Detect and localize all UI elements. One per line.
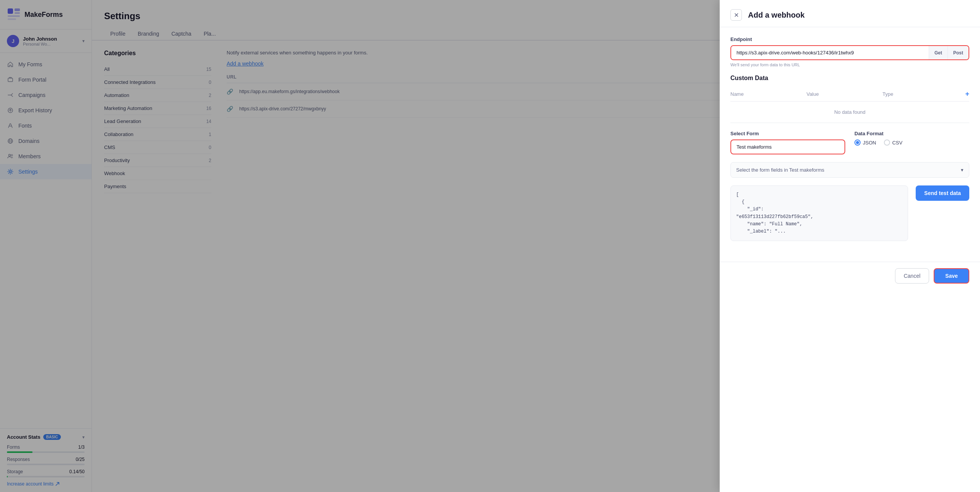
- json-preview: [ { "_id": "e653f13113d227fb62bf59ca5", …: [730, 185, 908, 241]
- save-button[interactable]: Save: [934, 268, 969, 284]
- form-fields-placeholder: Select the form fields in Test makeforms: [736, 167, 824, 173]
- select-form-group: Select Form: [730, 131, 845, 154]
- endpoint-hint: We'll send your form data to this URL: [730, 62, 969, 67]
- modal-body: Endpoint Get Post We'll send your form d…: [720, 27, 980, 262]
- custom-data-value-header: Value: [807, 91, 883, 97]
- add-webhook-modal: ✕ Add a webhook Endpoint Get Post We'll …: [720, 0, 980, 492]
- modal-overlay: ✕ Add a webhook Endpoint Get Post We'll …: [0, 0, 980, 492]
- data-format-group: Data Format JSON CSV: [854, 131, 969, 154]
- custom-data-name-header: Name: [730, 91, 807, 97]
- csv-radio-circle: [884, 139, 890, 146]
- modal-footer: Cancel Save: [720, 262, 980, 294]
- modal-header: ✕ Add a webhook: [720, 0, 980, 27]
- modal-title: Add a webhook: [748, 11, 969, 20]
- select-form-input[interactable]: [730, 139, 845, 154]
- data-format-options: JSON CSV: [854, 139, 969, 146]
- json-radio-option[interactable]: JSON: [854, 139, 876, 146]
- select-form-label: Select Form: [730, 131, 845, 136]
- endpoint-post-button[interactable]: Post: [947, 46, 969, 59]
- send-test-data-button[interactable]: Send test data: [916, 185, 969, 201]
- add-custom-data-button[interactable]: +: [965, 90, 970, 98]
- data-format-label: Data Format: [854, 131, 969, 136]
- json-radio-label: JSON: [863, 140, 876, 146]
- form-fields-select[interactable]: Select the form fields in Test makeforms…: [730, 162, 969, 178]
- custom-data-type-header: Type: [882, 91, 959, 97]
- no-data-message: No data found: [730, 102, 969, 123]
- csv-radio-label: CSV: [892, 140, 903, 146]
- json-radio-circle: [854, 139, 861, 146]
- select-form-data-format-row: Select Form Data Format JSON: [730, 131, 969, 154]
- endpoint-input[interactable]: [731, 46, 929, 59]
- endpoint-get-button[interactable]: Get: [929, 46, 947, 59]
- json-radio-dot: [856, 141, 859, 144]
- bottom-row: [ { "_id": "e653f13113d227fb62bf59ca5", …: [730, 185, 969, 241]
- cancel-button[interactable]: Cancel: [895, 268, 929, 284]
- chevron-down-icon: ▾: [961, 167, 964, 173]
- custom-data-title: Custom Data: [730, 75, 969, 82]
- endpoint-row: Get Post: [730, 45, 969, 60]
- col-add: +: [959, 90, 969, 98]
- csv-radio-option[interactable]: CSV: [884, 139, 903, 146]
- custom-data-table-header: Name Value Type +: [730, 87, 969, 102]
- modal-close-button[interactable]: ✕: [730, 9, 742, 21]
- endpoint-label: Endpoint: [730, 36, 969, 42]
